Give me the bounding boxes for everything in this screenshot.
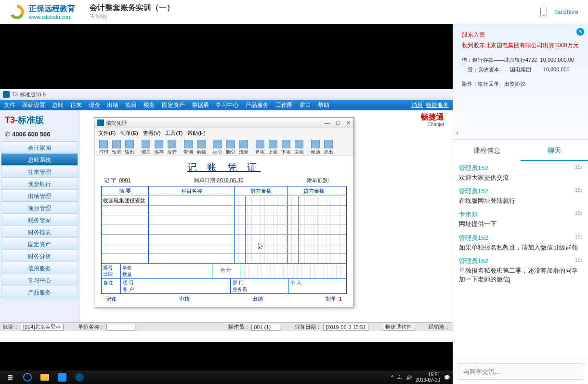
menubar-msg-link[interactable]: 消息 bbox=[411, 101, 423, 109]
sign-audit: 审核 bbox=[179, 295, 190, 303]
app-menu-item[interactable]: 税务 bbox=[144, 101, 155, 109]
nav-item[interactable]: 项目管理 bbox=[1, 201, 78, 214]
col-debit: 借方金额 bbox=[235, 186, 287, 196]
toolbar-上张[interactable]: 上张 bbox=[267, 140, 279, 156]
app-menu-item[interactable]: 文件 bbox=[4, 101, 15, 109]
nav-item[interactable]: 财务报表 bbox=[1, 225, 78, 238]
nav-item[interactable]: 财务分析 bbox=[1, 250, 78, 262]
toolbar-打印[interactable]: 打印 bbox=[97, 140, 110, 156]
nav-item[interactable]: 信用服务 bbox=[1, 262, 78, 274]
toolbar-流量[interactable]: 流量 bbox=[237, 140, 250, 156]
slide-badge-icon[interactable]: ✎ bbox=[576, 28, 584, 36]
app-menu-item[interactable]: 固定资产 bbox=[162, 101, 185, 109]
app-menu-item[interactable]: 现金 bbox=[89, 101, 100, 109]
toolbar-查询[interactable]: 查询 bbox=[182, 140, 195, 156]
voucher-row[interactable]: 收国电集团投资款 bbox=[102, 196, 346, 206]
toolbar-放弃[interactable]: 放弃 bbox=[166, 140, 178, 156]
voucher-row[interactable] bbox=[102, 215, 346, 225]
toolbar-增加[interactable]: 增加 bbox=[140, 140, 152, 156]
toolbar-退出[interactable]: 退出 bbox=[322, 140, 335, 156]
tray-volume-icon[interactable]: 🔊 bbox=[406, 375, 412, 380]
app-left-panel: T3-标准版 ✆ 4006 600 566 会计家园总账系统往来管理现金银行出纳… bbox=[0, 110, 79, 322]
logo-icon bbox=[10, 5, 24, 19]
brand-name: 正保远程教育 bbox=[29, 4, 75, 14]
tab-course-info[interactable]: 课程信息 bbox=[453, 140, 521, 161]
tray-network-icon[interactable]: 🖧 bbox=[397, 375, 402, 380]
toolbar-末张[interactable]: 末张 bbox=[293, 140, 305, 156]
status-bizdate: [2019-06-3 15:51 bbox=[323, 324, 368, 331]
course-title: 会计整套账务实训（一） bbox=[90, 3, 174, 13]
voucher-row[interactable] bbox=[102, 254, 346, 264]
brand-logo[interactable]: 正保远程教育 www.cdeledu.com bbox=[10, 4, 75, 20]
nav-item[interactable]: 固定资产 bbox=[1, 238, 78, 250]
taskbar-app1[interactable] bbox=[55, 372, 69, 383]
toolbar-保存[interactable]: 保存 bbox=[153, 140, 165, 156]
nav-item[interactable]: 往来管理 bbox=[1, 165, 78, 178]
chat-message: 管理员15215:单独报名私教班第二季，还没有加群的同学加一下老师的微信j bbox=[459, 257, 582, 284]
toolbar-预览[interactable]: 预览 bbox=[110, 140, 123, 156]
toolbar-帮助[interactable]: 帮助 bbox=[309, 140, 322, 156]
toolbar-删分[interactable]: 删分 bbox=[224, 140, 237, 156]
dialog-menu-item[interactable]: 查看(V) bbox=[143, 130, 161, 137]
dialog-menu-item[interactable]: 文件(F) bbox=[98, 130, 116, 137]
app-menu-item[interactable]: 总账 bbox=[52, 101, 64, 109]
toolbar-首张[interactable]: 首张 bbox=[254, 140, 266, 156]
voucher-row[interactable] bbox=[102, 225, 346, 235]
app-menu-item[interactable]: 产品服务 bbox=[246, 101, 269, 109]
sidebar-tabs: 课程信息 聊天 bbox=[453, 140, 588, 161]
slide-prev-icon[interactable]: ‹ bbox=[456, 129, 458, 136]
mobile-icon[interactable] bbox=[540, 7, 547, 17]
chat-user: 管理员152 bbox=[459, 257, 488, 265]
tray-up-icon[interactable]: ^ bbox=[391, 375, 393, 380]
voucher-date[interactable]: 2019.06.30 bbox=[217, 177, 243, 183]
maximize-icon[interactable]: ☐ bbox=[336, 120, 340, 126]
voucher-row[interactable] bbox=[102, 235, 346, 244]
nav-item[interactable]: 出纳管理 bbox=[1, 189, 78, 202]
app-menu-item[interactable]: 出纳 bbox=[107, 101, 118, 109]
app-menu-item[interactable]: 学习中心 bbox=[216, 101, 239, 109]
attach-count-label: 附单据数: bbox=[307, 177, 329, 183]
dialog-titlebar: 填制凭证 — ☐ ✕ bbox=[94, 118, 353, 128]
nav-item[interactable]: 学习中心 bbox=[1, 274, 78, 286]
minimize-icon[interactable]: — bbox=[325, 120, 330, 126]
username[interactable]: banzhure bbox=[554, 9, 578, 15]
toolbar-下张[interactable]: 下张 bbox=[280, 140, 292, 156]
app-menu-item[interactable]: 帮助 bbox=[318, 101, 329, 109]
toolbar-插分[interactable]: 插分 bbox=[211, 140, 224, 156]
nav-item[interactable]: 产品服务 bbox=[1, 286, 78, 298]
chat-text: 单独报名私教班第二季，还没有加群的同学加一下老师的微信j bbox=[459, 266, 582, 284]
total-credit bbox=[293, 264, 346, 278]
toolbar-输出[interactable]: 输出 bbox=[123, 140, 136, 156]
tab-chat[interactable]: 聊天 bbox=[521, 140, 588, 161]
toolbar-余额[interactable]: 余额 bbox=[195, 140, 208, 156]
nav-item[interactable]: 会计家园 bbox=[1, 141, 78, 154]
taskbar-app2[interactable] bbox=[72, 372, 87, 383]
app-menu-item[interactable]: 工作圈 bbox=[275, 101, 293, 109]
remark-label: 备注 bbox=[102, 279, 121, 293]
app-menu-item[interactable]: 票据通 bbox=[192, 101, 209, 109]
voucher-row[interactable] bbox=[102, 206, 346, 215]
close-icon[interactable]: ✕ bbox=[346, 120, 351, 126]
menubar-service-link[interactable]: 畅捷服务 bbox=[426, 101, 449, 109]
nav-item[interactable]: 总账系统 bbox=[1, 153, 78, 166]
app-menu-item[interactable]: 基础设置 bbox=[22, 101, 45, 109]
nav-item[interactable]: 现金银行 bbox=[1, 177, 78, 190]
taskbar-explorer[interactable] bbox=[38, 372, 52, 383]
tray-notification-icon[interactable]: 💬 bbox=[444, 375, 450, 380]
app-menu-item[interactable]: 往来 bbox=[70, 101, 82, 109]
chat-input[interactable] bbox=[458, 363, 583, 380]
taskbar-clock[interactable]: 15:51 2019-07-10 bbox=[416, 372, 440, 383]
start-button[interactable]: ⊞ bbox=[3, 372, 17, 383]
app-menu-item[interactable]: 窗口 bbox=[300, 101, 311, 109]
app-workspace: 畅捷通 Chanjet 填制凭证 — ☐ ✕ bbox=[79, 110, 453, 322]
voucher-row[interactable] bbox=[102, 244, 346, 254]
voucher-number[interactable]: 0001 bbox=[119, 177, 131, 183]
app-brand: T3-标准版 bbox=[0, 110, 79, 130]
chat-text: 欢迎大家提供交流 bbox=[459, 173, 582, 182]
nav-item[interactable]: 税务管家 bbox=[1, 213, 78, 226]
taskbar-edge[interactable] bbox=[20, 372, 35, 383]
dialog-menu-item[interactable]: 工具(T) bbox=[165, 130, 183, 137]
dialog-menu-item[interactable]: 帮助(H) bbox=[187, 130, 205, 137]
app-menu-item[interactable]: 项目 bbox=[125, 101, 137, 109]
dialog-menu-item[interactable]: 制单(E) bbox=[120, 130, 138, 137]
